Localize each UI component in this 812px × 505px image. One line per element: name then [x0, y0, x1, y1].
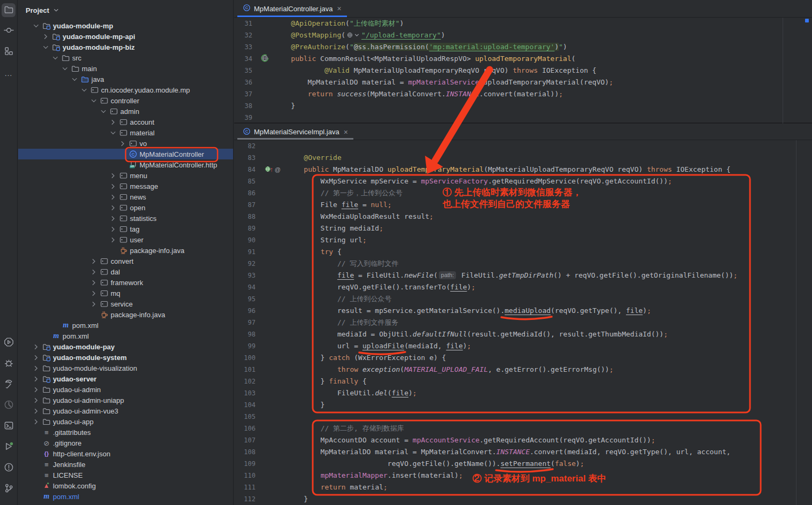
close-icon[interactable]: × [337, 4, 341, 13]
code-line[interactable]: String mediaId; [286, 223, 812, 234]
tree-item[interactable]: mpom.xml [18, 331, 233, 341]
line-number[interactable]: 97 [248, 317, 256, 328]
code-line[interactable]: // 上传到公众号 [286, 293, 812, 305]
tree-item[interactable]: yudao-ui-admin-uniapp [18, 395, 233, 405]
commit-tool-button[interactable] [2, 24, 16, 38]
tree-item[interactable]: {}http-client.env.json [18, 448, 233, 459]
tree-item[interactable]: yudao-module-mp-api [18, 31, 233, 42]
tree-item[interactable]: APIMpMaterialController.http [18, 159, 233, 170]
line-number[interactable]: 101 [244, 364, 256, 376]
code-line[interactable]: throw exception(MATERIAL_UPLOAD_FAIL, e.… [286, 364, 812, 376]
project-tool-button[interactable] [2, 3, 16, 17]
code-line[interactable]: @PreAuthorize("@ss.hasPermission('mp:mat… [273, 41, 812, 53]
tree-item[interactable]: mpom.xml [18, 320, 233, 331]
code-line[interactable]: File file = null; [286, 199, 812, 211]
line-number[interactable]: 94 [248, 281, 256, 293]
line-number[interactable]: 107 [244, 434, 256, 446]
code-line[interactable]: WxMediaUploadResult result; [286, 211, 812, 223]
editor-tab[interactable]: C MpMaterialController.java × [237, 0, 347, 17]
line-number[interactable]: 86 [248, 187, 256, 199]
code-line[interactable]: public MpMaterialDO uploadTemporaryMater… [286, 164, 812, 175]
line-number[interactable]: 106 [244, 423, 256, 434]
tree-item[interactable]: ≡.gitattributes [18, 427, 233, 438]
more-tools-button[interactable]: … [2, 66, 16, 80]
tree-item[interactable]: dal [18, 266, 233, 277]
chevron-down-icon[interactable] [42, 43, 50, 51]
services-tool-button[interactable] [2, 440, 16, 454]
annotated-gutter-icon[interactable]: @ [275, 166, 281, 173]
line-number[interactable]: 87 [248, 199, 256, 211]
chevron-down-icon[interactable] [90, 96, 98, 105]
line-number[interactable]: 39 [245, 112, 252, 124]
code-line[interactable]: return success(MpMaterialConvert.INSTANC… [273, 88, 812, 100]
tree-item[interactable]: tag [18, 224, 233, 234]
chevron-right-icon[interactable] [109, 235, 117, 244]
chevron-right-icon[interactable] [119, 139, 127, 148]
tree-item[interactable]: controller [18, 95, 233, 106]
code-line[interactable]: // 写入到临时文件 [286, 258, 812, 270]
line-number[interactable]: 92 [248, 258, 256, 270]
chevron-down-icon[interactable] [109, 128, 117, 137]
tree-item[interactable]: yudao-module-pay [18, 341, 233, 352]
tree-item[interactable]: cn.iocoder.yudao.module.mp [18, 85, 233, 95]
tree-item[interactable]: open [18, 202, 233, 213]
code-line[interactable]: try { [286, 246, 812, 258]
line-number[interactable]: 95 [248, 293, 256, 305]
chevron-right-icon[interactable] [109, 171, 117, 180]
problems-tool-button[interactable] [2, 461, 16, 475]
tree-item[interactable]: package-info.java [18, 245, 233, 256]
code-line[interactable]: @Valid MpMaterialUploadTemporaryReqVO re… [273, 65, 812, 76]
line-number[interactable]: 103 [244, 387, 256, 399]
tree-item[interactable]: service [18, 299, 233, 309]
code-line[interactable]: // 上传到文件服务 [286, 317, 812, 328]
code-line[interactable]: String url; [286, 234, 812, 246]
chevron-down-icon[interactable] [32, 21, 40, 30]
url-globe-icon[interactable] [346, 32, 360, 39]
chevron-right-icon[interactable] [109, 225, 117, 233]
tree-item[interactable]: ≡LICENSE [18, 470, 233, 480]
code-line[interactable]: mpMaterialMapper.insert(material); [286, 470, 812, 481]
code-line[interactable]: reqVO.getFile().transferTo(file); [286, 281, 812, 293]
chevron-down-icon[interactable] [71, 75, 79, 83]
chevron-right-icon[interactable] [109, 182, 117, 190]
code-line[interactable]: public CommonResult<MpMaterialUploadResp… [273, 53, 812, 65]
line-number[interactable]: 111 [244, 481, 256, 493]
code-line[interactable]: } catch (WxErrorException e) { [286, 352, 812, 364]
line-number[interactable]: 33 [245, 41, 252, 53]
code-area[interactable]: @Override public MpMaterialDO uploadTemp… [286, 140, 812, 505]
tree-item[interactable]: java [18, 74, 233, 85]
code-line[interactable]: } [286, 399, 812, 411]
line-number[interactable]: 36 [245, 76, 252, 88]
tree-item[interactable]: yudao-ui-admin [18, 384, 233, 395]
line-number[interactable]: 88 [248, 211, 256, 223]
line-number[interactable]: 104 [244, 399, 256, 411]
chevron-right-icon[interactable] [109, 214, 117, 223]
chevron-right-icon[interactable] [109, 203, 117, 212]
code-line[interactable]: WxMpService mpService = mpServiceFactory… [286, 175, 812, 187]
tree-item[interactable]: user [18, 234, 233, 245]
chevron-right-icon[interactable] [32, 374, 40, 383]
tree-item[interactable]: account [18, 117, 233, 127]
tree-item[interactable]: CMpMaterialController [18, 149, 233, 159]
tree-item[interactable]: ⊘.gitignore [18, 438, 233, 448]
chevron-down-icon[interactable] [80, 86, 88, 94]
tree-item[interactable]: vo [18, 138, 233, 149]
tree-item[interactable]: yudao-ui-app [18, 416, 233, 427]
line-number[interactable]: 93 [248, 270, 256, 281]
tree-item[interactable]: mpom.xml [18, 491, 233, 502]
line-number[interactable]: 37 [245, 88, 252, 100]
tree-item[interactable]: yudao-module-system [18, 352, 233, 363]
tree-item[interactable]: yudao-ui-admin-vue3 [18, 405, 233, 416]
line-number[interactable]: 89 [248, 223, 256, 234]
tree-item[interactable]: message [18, 181, 233, 192]
line-number[interactable]: 31 [245, 18, 252, 29]
line-number[interactable]: 99 [248, 340, 256, 352]
chevron-right-icon[interactable] [32, 353, 40, 362]
tree-item[interactable]: package-info.java [18, 309, 233, 320]
code-line[interactable]: mediaId = ObjUtil.defaultIfNull(result.g… [286, 328, 812, 340]
version-control-tool-button[interactable] [2, 482, 16, 496]
build-tool-button[interactable] [2, 378, 16, 392]
code-line[interactable] [273, 112, 812, 124]
code-line[interactable] [286, 411, 812, 423]
code-line[interactable]: @PostMapping("/upload-temporary") [273, 29, 812, 41]
